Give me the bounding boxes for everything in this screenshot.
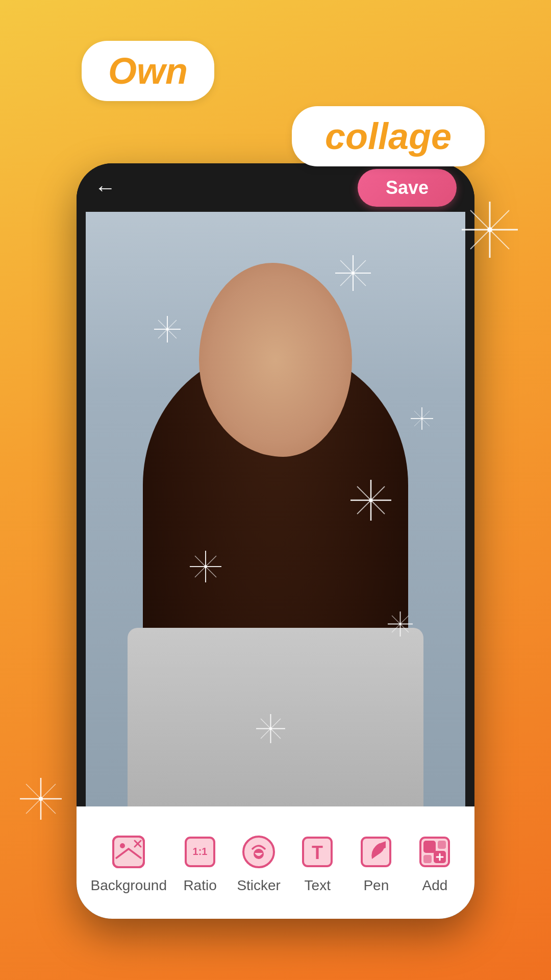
sparkle-outer-bottom-left	[18, 776, 64, 822]
svg-rect-61	[423, 841, 436, 853]
tool-ratio[interactable]: 1:1 Ratio	[174, 831, 226, 894]
add-icon	[414, 831, 455, 872]
tool-text[interactable]: T Text	[292, 831, 343, 894]
svg-point-39	[399, 623, 401, 625]
background-label: Background	[91, 877, 167, 894]
svg-point-14	[352, 272, 355, 275]
sparkle-6	[386, 610, 414, 638]
text-icon: T	[297, 831, 338, 872]
svg-point-24	[421, 418, 423, 420]
pen-label: Pen	[363, 877, 389, 894]
sticker-label: Sticker	[237, 877, 281, 894]
sparkle-3	[409, 406, 435, 431]
svg-point-50	[120, 843, 125, 848]
svg-point-29	[369, 499, 373, 502]
background-icon	[108, 831, 149, 872]
tool-add[interactable]: Add	[409, 831, 460, 894]
top-bar: ← Save	[77, 163, 474, 212]
title-line1: Own	[108, 51, 188, 91]
sparkle-outer-top-right	[459, 199, 520, 260]
sticker-icon	[238, 831, 279, 872]
title-bubble-collage: collage	[292, 106, 485, 166]
svg-point-19	[166, 328, 169, 331]
pen-icon	[356, 831, 396, 872]
tool-sticker[interactable]: Sticker	[233, 831, 284, 894]
phone-mockup: ← Save	[77, 163, 474, 919]
sparkle-2	[152, 314, 183, 345]
text-label: Text	[305, 877, 331, 894]
bottom-toolbar: Background 1:1 Ratio Sticker	[77, 806, 474, 919]
svg-point-44	[269, 727, 272, 730]
title-line2: collage	[325, 116, 452, 157]
sparkle-4	[348, 477, 394, 523]
svg-point-34	[204, 565, 207, 568]
ratio-icon: 1:1	[180, 831, 220, 872]
svg-text:T: T	[312, 842, 323, 863]
ratio-label: Ratio	[183, 877, 216, 894]
sparkle-5	[188, 549, 223, 584]
tool-background[interactable]: Background	[91, 831, 167, 894]
svg-point-9	[39, 797, 43, 801]
svg-rect-63	[423, 855, 432, 863]
title-bubble-own: Own	[82, 41, 214, 101]
svg-rect-62	[438, 841, 446, 849]
photo-canvas	[86, 212, 465, 806]
sparkle-1	[333, 253, 373, 293]
svg-text:1:1: 1:1	[193, 846, 208, 857]
back-button[interactable]: ←	[94, 177, 116, 199]
title-area: Own collage	[0, 0, 551, 166]
save-button[interactable]: Save	[358, 169, 457, 207]
sparkle-7	[254, 712, 287, 745]
svg-point-4	[487, 227, 492, 232]
add-label: Add	[422, 877, 448, 894]
tool-pen[interactable]: Pen	[350, 831, 402, 894]
